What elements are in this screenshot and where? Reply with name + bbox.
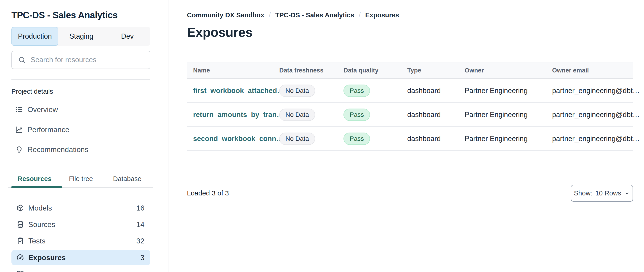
owner-email-cell: partner_engineering@dbt… xyxy=(552,87,640,95)
type-cell: dashboard xyxy=(407,111,464,119)
lightbulb-icon xyxy=(15,145,23,154)
breadcrumb-separator: / xyxy=(359,12,360,19)
sidebar-item-label: Recommendations xyxy=(28,145,88,154)
page-title: Exposures xyxy=(187,25,252,40)
sidebar-item-label: Sources xyxy=(28,220,132,229)
sidebar-item-exposures[interactable]: Exposures 3 xyxy=(12,250,150,265)
tab-database[interactable]: Database xyxy=(104,173,150,184)
column-header-owner: Owner xyxy=(464,67,552,74)
table-row: second_workbook_conn… No Data Pass dashb… xyxy=(187,127,633,151)
column-header-data-quality: Data quality xyxy=(344,67,407,74)
show-label: Show: xyxy=(574,190,592,197)
breadcrumb-project[interactable]: TPC-DS - Sales Analytics xyxy=(275,12,354,19)
env-tab-dev[interactable]: Dev xyxy=(104,27,150,46)
resource-count: 14 xyxy=(136,220,144,229)
cube-icon xyxy=(16,204,24,212)
resource-search[interactable] xyxy=(12,51,150,69)
breadcrumb: Community DX Sandbox / TPC-DS - Sales An… xyxy=(187,12,399,19)
sidebar-divider xyxy=(12,79,150,80)
chevron-down-icon xyxy=(624,190,630,196)
performance-chart-icon xyxy=(15,126,23,134)
show-value: 10 Rows xyxy=(595,190,621,197)
search-icon xyxy=(18,56,26,64)
environment-tabs: Production Staging Dev xyxy=(12,27,150,46)
owner-cell: Partner Engineering xyxy=(464,87,552,95)
resource-count: 32 xyxy=(136,237,144,245)
project-title: TPC-DS - Sales Analytics xyxy=(12,10,118,20)
exposures-table: Name Data freshness Data quality Type Ow… xyxy=(187,62,633,151)
loaded-status: Loaded 3 of 3 xyxy=(187,189,229,197)
search-input[interactable] xyxy=(30,56,144,64)
type-cell: dashboard xyxy=(407,87,464,95)
tab-resources[interactable]: Resources xyxy=(12,173,58,184)
freshness-badge: No Data xyxy=(279,84,315,97)
sidebar-item-label: Models xyxy=(28,204,132,212)
exposure-link[interactable]: first_workbook_attached… xyxy=(193,87,284,95)
column-header-data-freshness: Data freshness xyxy=(279,67,344,74)
sidebar: TPC-DS - Sales Analytics Production Stag… xyxy=(0,0,168,272)
column-header-type: Type xyxy=(407,67,464,74)
sidebar-item-performance[interactable]: Performance xyxy=(15,122,143,137)
owner-cell: Partner Engineering xyxy=(464,111,552,119)
quality-badge: Pass xyxy=(344,84,370,97)
freshness-badge: No Data xyxy=(279,132,315,145)
project-details-label: Project details xyxy=(12,88,53,95)
column-header-name: Name xyxy=(187,67,279,74)
sidebar-item-tests[interactable]: Tests 32 xyxy=(12,233,150,249)
resource-count: 16 xyxy=(136,204,144,212)
sidebar-item-label: Exposures xyxy=(28,254,136,262)
exposure-link[interactable]: second_workbook_conn… xyxy=(193,135,283,143)
env-tab-production[interactable]: Production xyxy=(12,27,58,46)
gauge-icon xyxy=(16,254,24,262)
sidebar-item-recommendations[interactable]: Recommendations xyxy=(15,142,143,157)
column-header-owner-email: Owner email xyxy=(552,67,633,74)
grid-icon xyxy=(16,270,24,272)
sidebar-item-label: Tests xyxy=(28,237,132,245)
sidebar-view-tabs: Resources File tree Database xyxy=(12,173,150,184)
breadcrumb-current: Exposures xyxy=(365,12,399,19)
table-header-row: Name Data freshness Data quality Type Ow… xyxy=(187,62,633,79)
env-tab-staging[interactable]: Staging xyxy=(58,27,104,46)
owner-email-cell: partner_engineering@dbt… xyxy=(552,135,640,143)
owner-email-cell: partner_engineering@dbt… xyxy=(552,111,640,119)
owner-cell: Partner Engineering xyxy=(464,135,552,143)
active-tab-underline xyxy=(12,186,62,188)
exposure-link[interactable]: return_amounts_by_tran… xyxy=(193,111,284,119)
sidebar-item-label: Performance xyxy=(28,126,69,134)
sidebar-item-label: Overview xyxy=(28,105,58,114)
clipboard-check-icon xyxy=(16,237,24,245)
rows-per-page-dropdown[interactable]: Show: 10 Rows xyxy=(571,185,633,202)
resource-count: 3 xyxy=(140,254,144,262)
breadcrumb-separator: / xyxy=(269,12,270,19)
sidebar-item-models[interactable]: Models 16 xyxy=(12,200,150,216)
sidebar-item-next-partial[interactable] xyxy=(12,266,150,272)
table-row: first_workbook_attached… No Data Pass da… xyxy=(187,79,633,103)
type-cell: dashboard xyxy=(407,135,464,143)
sidebar-item-overview[interactable]: Overview xyxy=(15,102,143,117)
quality-badge: Pass xyxy=(344,132,370,145)
database-icon xyxy=(16,220,24,228)
tab-file-tree[interactable]: File tree xyxy=(58,173,104,184)
breadcrumb-account[interactable]: Community DX Sandbox xyxy=(187,12,264,19)
list-icon xyxy=(15,105,23,114)
sidebar-item-sources[interactable]: Sources 14 xyxy=(12,217,150,232)
table-row: return_amounts_by_tran… No Data Pass das… xyxy=(187,103,633,127)
freshness-badge: No Data xyxy=(279,108,315,121)
quality-badge: Pass xyxy=(344,108,370,121)
